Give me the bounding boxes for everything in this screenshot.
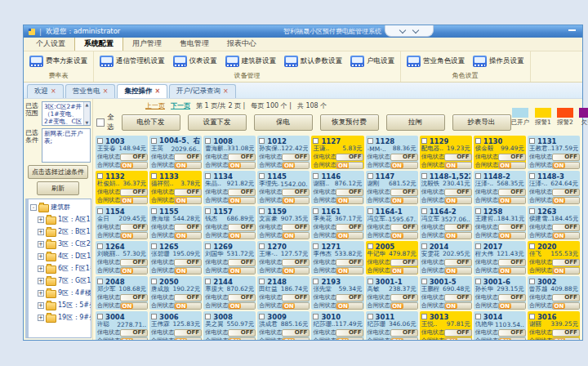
meter-checkbox[interactable] [97, 138, 103, 144]
switch-status-toggle[interactable]: ON [228, 162, 256, 169]
supply-status-toggle[interactable]: OFF [552, 329, 580, 337]
supply-status-toggle[interactable]: OFF [390, 154, 418, 161]
meter-checkbox[interactable] [313, 314, 318, 319]
meter-card[interactable]: 3013 王悦.. 97.81元 保电状态 OFF 合闸状态 ON [420, 311, 472, 340]
switch-status-toggle[interactable]: ON [120, 232, 148, 239]
meter-checkbox[interactable] [97, 243, 103, 249]
meter-card[interactable]: 1004-5、右一 王英 2029.66.. 保电状态 OFF 合闸状态 ON [149, 136, 202, 169]
choose-filter-button[interactable]: 点击选择过滤条件 [28, 165, 88, 179]
ribbon-button[interactable]: 仪表设置 [171, 54, 220, 69]
meter-card[interactable]: 2020 佳飞 155.53元 保电状态 OFF 合闸状态 ON [528, 241, 580, 274]
ribbon-button[interactable]: 默认参数设置 [282, 54, 345, 69]
supply-status-toggle[interactable]: OFF [390, 329, 418, 337]
ribbon-button[interactable]: 通信管理机设置 [97, 54, 167, 69]
meter-checkbox[interactable] [151, 138, 157, 144]
supply-status-toggle[interactable]: OFF [444, 294, 472, 301]
switch-status-toggle[interactable]: ON [120, 302, 148, 310]
meter-checkbox[interactable] [151, 314, 157, 319]
ribbon-button[interactable]: 建筑群设置 [223, 54, 279, 69]
meter-checkbox[interactable] [313, 173, 318, 179]
supply-status-toggle[interactable]: OFF [498, 329, 526, 337]
meter-card[interactable]: 1130 侯金毅 99.49元 保电状态 OFF 合闸状态 ON [474, 136, 526, 169]
supply-status-toggle[interactable]: OFF [336, 259, 363, 266]
switch-status-toggle[interactable]: ON [552, 267, 580, 274]
supply-status-toggle[interactable]: OFF [282, 259, 310, 266]
tab-close-icon[interactable]: × [154, 88, 160, 95]
switch-status-toggle[interactable]: ON [282, 267, 310, 274]
supply-status-toggle[interactable]: OFF [444, 154, 472, 161]
meter-card[interactable]: 1263 侯建雪.. 184.45元 保电状态 OFF 合闸状态 ON [528, 206, 580, 239]
menu-item[interactable]: 报表中心 [218, 37, 265, 51]
switch-status-toggle[interactable]: ON [444, 267, 472, 274]
meter-card[interactable]: 1148-3 汪泽-.. 624.64元 保电状态 OFF 合闸状态 ON [528, 171, 580, 204]
meter-card[interactable]: 2014 安雯花 202.95元 保电状态 OFF 合闸状态 ON [420, 241, 472, 274]
switch-status-toggle[interactable]: ON [228, 267, 256, 274]
expand-icon[interactable]: + [38, 241, 44, 248]
meter-card[interactable]: 1131 王教君.. 137.59元 保电状态 OFF 合闸状态 ON [528, 136, 580, 169]
supply-status-toggle[interactable]: OFF [444, 189, 472, 196]
switch-status-toggle[interactable]: ON [498, 302, 526, 310]
supply-status-toggle[interactable]: OFF [282, 294, 310, 301]
tree-item[interactable]: + 19区：9#变电站（2#… [30, 311, 91, 324]
supply-status-toggle[interactable]: OFF [228, 189, 256, 196]
supply-status-toggle[interactable]: OFF [444, 259, 472, 266]
scroll-up-icon[interactable]: ▲ [86, 102, 89, 107]
listbox-scrollbar[interactable]: ▲▼ [83, 102, 90, 125]
meter-checkbox[interactable] [368, 138, 373, 144]
supply-status-toggle[interactable]: OFF [444, 329, 472, 337]
meter-card[interactable]: 1270 王琳-.. 127.57元 保电状态 OFF 合闸状态 ON [257, 241, 310, 274]
meter-checkbox[interactable] [368, 243, 373, 249]
toolbar-button[interactable]: 电价下发 [122, 114, 180, 131]
supply-status-toggle[interactable]: OFF [120, 189, 148, 196]
supply-status-toggle[interactable]: OFF [228, 259, 256, 266]
menu-item[interactable]: 售电管理 [171, 37, 218, 51]
meter-card[interactable]: 1161 李美花 367.17元 保电状态 OFF 合闸状态 ON [311, 206, 363, 239]
supply-status-toggle[interactable]: OFF [498, 154, 526, 161]
switch-status-toggle[interactable]: ON [552, 197, 580, 204]
minimize-button[interactable] [568, 29, 576, 31]
supply-status-toggle[interactable]: OFF [228, 329, 256, 337]
supply-status-toggle[interactable]: OFF [498, 294, 526, 301]
meter-card[interactable]: 3014 仇艳华 1103.54.. 保电状态 OFF 合闸状态 ON [474, 311, 526, 340]
meter-card[interactable]: 1164-2 冯立军 3527.06.. 保电状态 OFF 合闸状态 ON [420, 206, 472, 239]
switch-status-toggle[interactable]: ON [228, 232, 256, 239]
supply-status-toggle[interactable]: OFF [552, 189, 580, 196]
meter-checkbox[interactable] [529, 173, 535, 179]
scroll-down-icon[interactable]: ▼ [86, 120, 89, 125]
supply-status-toggle[interactable]: OFF [336, 294, 363, 301]
chevron-down-icon[interactable] [412, 26, 419, 33]
meter-card[interactable]: 2005 牛记华 479.87元 保电状态 OFF 合闸状态 ON [366, 241, 418, 274]
supply-status-toggle[interactable]: OFF [498, 189, 526, 196]
meter-checkbox[interactable] [421, 208, 427, 214]
meter-card[interactable]: 1264 刘晓丽.. 57.30元 保电状态 OFF 合闸状态 ON [96, 241, 148, 274]
switch-status-toggle[interactable]: ON [120, 267, 148, 274]
menu-item[interactable]: 用户管理 [123, 37, 171, 51]
meter-checkbox[interactable] [529, 279, 535, 284]
switch-status-toggle[interactable]: ON [174, 337, 202, 341]
meter-checkbox[interactable] [313, 243, 318, 249]
supply-status-toggle[interactable]: OFF [390, 189, 418, 196]
meter-card[interactable]: 1147 谢刚 681.52元 保电状态 OFF 合闸状态 ON [366, 171, 418, 204]
supply-status-toggle[interactable]: OFF [390, 224, 418, 231]
document-tab[interactable]: 欢迎 × [27, 84, 64, 98]
supply-status-toggle[interactable]: OFF [498, 259, 526, 266]
switch-status-toggle[interactable]: ON [336, 337, 363, 341]
supply-status-toggle[interactable]: OFF [282, 189, 310, 196]
window-skin-control[interactable] [385, 25, 434, 37]
switch-status-toggle[interactable]: ON [228, 337, 256, 341]
meter-card[interactable]: 1134 朱晶.. 921.82元 保电状态 OFF 合闸状态 ON [203, 171, 256, 204]
switch-status-toggle[interactable]: ON [336, 232, 363, 239]
meter-card[interactable]: 2144 章援大 870.62元 保电状态 OFF 合闸状态 ON [203, 276, 256, 310]
switch-status-toggle[interactable]: ON [498, 267, 526, 274]
toolbar-button[interactable]: 恢复预付费 [320, 114, 379, 131]
meter-card[interactable]: 1271 李伟杰 533.82元 保电状态 OFF 合闸状态 ON [311, 241, 363, 274]
meter-checkbox[interactable] [368, 208, 373, 214]
switch-status-toggle[interactable]: ON [282, 302, 310, 310]
meter-card[interactable]: 1269 刘国华 531.72元 保电状态 OFF 合闸状态 ON [203, 241, 256, 274]
expand-icon[interactable]: + [38, 216, 44, 223]
switch-status-toggle[interactable]: ON [390, 267, 418, 274]
switch-status-toggle[interactable]: ON [444, 197, 472, 204]
meter-card[interactable]: 1154 金日 209.45元 保电状态 OFF 合闸状态 ON [96, 206, 148, 239]
meter-checkbox[interactable] [529, 243, 535, 249]
meter-card[interactable]: 1258 王建哲.. 184.31元 保电状态 OFF 合闸状态 ON [474, 206, 526, 239]
